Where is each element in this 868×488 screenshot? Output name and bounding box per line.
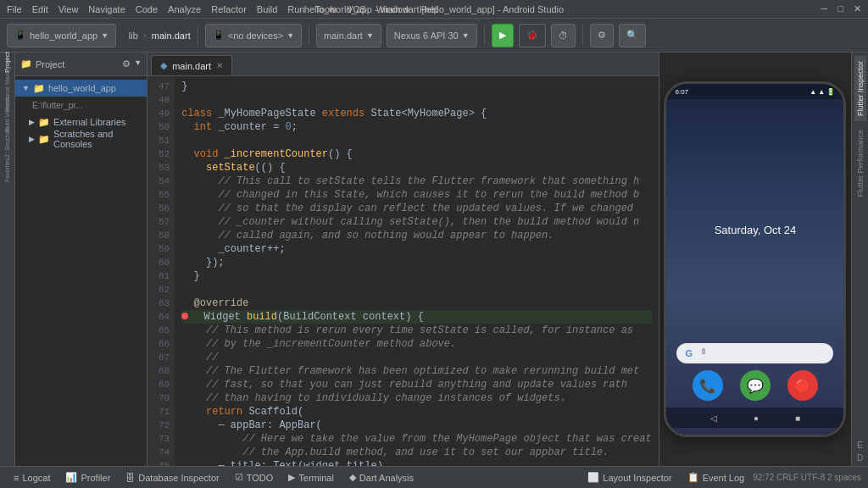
tree-item-scratches[interactable]: ▶ 📁 Scratches and Consoles (15, 130, 147, 147)
menu-edit[interactable]: Edit (32, 4, 48, 14)
debug-button[interactable]: 🐞 (519, 24, 546, 47)
code-line-53: setState(() { (181, 161, 652, 175)
database-inspector-label: Database Inspector (138, 473, 219, 483)
line-num-57: 57 (147, 215, 170, 229)
chevron-down-icon: ▼ (101, 31, 108, 40)
maximize-button[interactable]: □ (837, 3, 843, 14)
menu-refactor[interactable]: Refactor (211, 4, 247, 14)
code-line-47: } (181, 80, 652, 93)
phone-app-chrome[interactable]: 🔴 (787, 370, 818, 401)
sidebar-tab-favorites[interactable]: Favorites (0, 164, 14, 177)
line-num-72: 72 (147, 419, 170, 432)
emulator-tab[interactable]: E (857, 441, 863, 450)
terminal-tab[interactable]: ▶ Terminal (281, 469, 341, 487)
api-selector[interactable]: Nexus 6 API 30 ▼ (387, 24, 477, 47)
phone-app-phone[interactable]: 📞 (693, 370, 723, 401)
todo-tab[interactable]: ☑ TODO (228, 469, 281, 487)
code-line-67: // (181, 351, 652, 364)
phone-status-icons: ▲ ▲ 🔋 (810, 88, 835, 96)
run-button[interactable]: ▶ (492, 24, 514, 47)
tree-label-hello-world: hello_world_app (48, 83, 116, 93)
phone-app-icons: 📞 💬 🔴 (666, 370, 843, 401)
todo-icon: ☑ (235, 472, 243, 483)
code-line-75: ─ title: Text(widget.title), (181, 459, 652, 466)
line-num-69: 69 (147, 378, 170, 391)
chevron-right-icon2: ▶ (29, 118, 35, 126)
line-num-62: 62 (147, 283, 170, 297)
menu-analyze[interactable]: Analyze (168, 4, 201, 14)
phone-search-bar[interactable]: G (676, 343, 833, 363)
folder-icon4: 📁 (38, 134, 50, 145)
search-everywhere-button[interactable]: 🔍 (619, 24, 646, 47)
project-header-label: Project (36, 59, 64, 69)
line-num-71: 71 (147, 405, 170, 419)
menu-build[interactable]: Build (257, 4, 277, 14)
layout-inspector-label: Layout Inspector (603, 473, 671, 483)
close-button[interactable]: ✕ (854, 3, 861, 14)
device-file-tab[interactable]: D (857, 453, 863, 463)
menu-navigate[interactable]: Navigate (88, 4, 125, 14)
recents-button[interactable]: ■ (795, 413, 800, 423)
branch-selector[interactable]: main.dart ▼ (316, 24, 381, 47)
logcat-tab[interactable]: ≡ Logcat (7, 469, 57, 487)
back-button[interactable]: ◁ (710, 413, 717, 423)
home-button[interactable]: ● (754, 413, 759, 423)
phone-app-messages[interactable]: 💬 (740, 370, 771, 401)
sidebar-tab-structure[interactable]: Z: Structure (0, 136, 14, 149)
chevron-right-icon3: ▶ (29, 135, 35, 143)
tab-close-icon[interactable]: ✕ (216, 61, 223, 70)
tab-main-dart[interactable]: ◆ main.dart ✕ (151, 55, 232, 75)
line-numbers: 47 48 49 50 51 52 53 54 55 56 57 58 59 6… (147, 76, 175, 466)
layout-inspector-tab[interactable]: ⬜ Layout Inspector (581, 469, 678, 487)
line-num-59: 59 (147, 242, 170, 256)
settings-button[interactable]: ⚙ (590, 24, 614, 47)
separator1 (198, 25, 198, 46)
path-separator: · (121, 30, 124, 40)
event-log-tab[interactable]: 📋 Event Log (681, 469, 752, 487)
separator2 (309, 25, 309, 46)
tree-item-external[interactable]: ▶ 📁 External Libraries (15, 114, 147, 130)
separator3 (484, 25, 485, 46)
flutter-inspector-panel: Flutter Inspector Flutter Performance E … (851, 53, 868, 466)
code-content[interactable]: } class _MyHomePageState extends State<M… (175, 76, 659, 466)
flutter-performance-tab[interactable]: Flutter Performance (854, 125, 866, 202)
line-num-58: 58 (147, 229, 170, 242)
line-num-66: 66 (147, 337, 170, 351)
code-line-61: } (181, 269, 652, 283)
sidebar-tab-resource[interactable]: Resource Manager (0, 80, 14, 93)
chevron-down-icon5[interactable]: ▼ (134, 58, 142, 69)
profile-button[interactable]: ⏱ (551, 24, 576, 47)
dart-icon: ◆ (349, 472, 356, 483)
line-num-63: 63 (147, 297, 170, 310)
code-line-62 (181, 283, 652, 297)
code-line-49: class _MyHomePageState extends State<MyH… (181, 107, 652, 120)
folder-icon3: 📁 (38, 117, 50, 128)
project-tree: ▼ 📁 hello_world_app E:\flutter_pr... ▶ 📁… (15, 76, 147, 466)
menu-view[interactable]: View (58, 4, 79, 14)
flutter-inspector-tab[interactable]: Flutter Inspector (854, 56, 866, 121)
database-inspector-tab[interactable]: 🗄 Database Inspector (119, 469, 225, 487)
chevron-down-icon3: ▼ (366, 31, 374, 40)
tree-item-path[interactable]: E:\flutter_pr... (15, 97, 147, 114)
code-line-54: // This call to setState tells the Flutt… (181, 175, 652, 188)
line-num-61: 61 (147, 269, 170, 283)
code-line-70: // than having to individually change in… (181, 391, 652, 405)
toolbar: 📱 hello_world_app ▼ · lib › main.dart 📱 … (0, 19, 868, 53)
line-num-75: 75 (147, 459, 170, 466)
menu-run[interactable]: Run (287, 4, 304, 14)
code-line-64: Widget build(BuildContext context) { (181, 310, 652, 324)
phone-time: 6:07 (675, 88, 688, 96)
window-controls[interactable]: ─ □ ✕ (821, 3, 861, 14)
gear-icon[interactable]: ⚙ (122, 58, 131, 69)
minimize-button[interactable]: ─ (821, 3, 828, 14)
menu-file[interactable]: File (7, 4, 22, 14)
code-line-56: // so that the display can reflect the u… (181, 202, 652, 215)
line-num-68: 68 (147, 364, 170, 378)
sidebar-tab-build[interactable]: Build Variants (0, 108, 14, 121)
app-name-label[interactable]: 📱 hello_world_app ▼ (7, 24, 116, 47)
tree-item-hello-world[interactable]: ▼ 📁 hello_world_app (15, 80, 147, 97)
profiler-tab[interactable]: 📊 Profiler (58, 469, 117, 487)
dart-analysis-tab[interactable]: ◆ Dart Analysis (342, 469, 420, 487)
menu-code[interactable]: Code (136, 4, 158, 14)
device-selector[interactable]: 📱 <no devices> ▼ (205, 24, 302, 47)
